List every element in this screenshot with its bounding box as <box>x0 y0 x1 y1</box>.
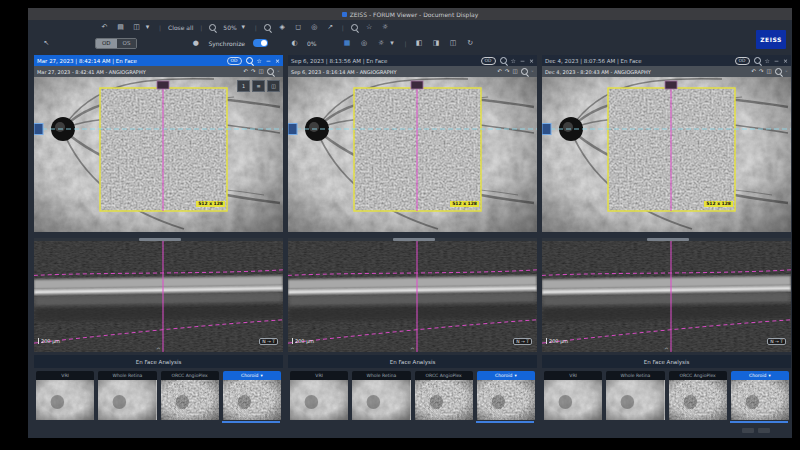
thumb-scroll-indicator[interactable] <box>730 421 788 423</box>
zoom-level-select[interactable]: 50% ▾ <box>223 23 247 32</box>
analysis-bar[interactable]: En Face Analysis <box>34 355 283 368</box>
enface-image[interactable] <box>34 77 283 232</box>
lock-icon[interactable]: ◦ <box>277 68 280 75</box>
opacity-icon[interactable]: ◐ <box>290 39 299 48</box>
search-icon[interactable] <box>246 57 253 64</box>
lock-icon[interactable]: ◦ <box>785 68 788 75</box>
enface-fundus-view[interactable]: 512 x 128 1 ≡ ◫ <box>34 77 283 232</box>
slab-image[interactable] <box>223 380 281 420</box>
window-titlebar[interactable]: ZEISS - FORUM Viewer - Document Display <box>28 8 792 20</box>
fit-screen-icon[interactable]: ◻ <box>294 23 303 32</box>
slab-image[interactable] <box>352 380 410 420</box>
synchronize-toggle[interactable] <box>253 39 268 47</box>
redo-icon[interactable]: ↷ <box>251 68 256 75</box>
slab-image[interactable] <box>669 380 727 420</box>
undo-icon[interactable]: ↶ <box>497 68 502 75</box>
collapse-caret-icon[interactable]: ^ <box>410 347 415 352</box>
view-count-badge[interactable]: 1 <box>237 80 250 92</box>
slab-thumb-orcc[interactable]: ORCC AngioPlex <box>669 371 727 420</box>
enface-image[interactable] <box>288 77 537 232</box>
layout-icon[interactable]: ◫ <box>513 68 518 75</box>
slab-image[interactable] <box>290 380 348 420</box>
settings-icon[interactable]: ☼ <box>381 23 390 32</box>
print-icon[interactable]: ▤ <box>116 23 125 32</box>
close-icon[interactable]: × <box>275 57 280 65</box>
slab-image[interactable] <box>98 380 156 420</box>
bscan-image[interactable] <box>542 241 791 352</box>
enface-fundus-view[interactable]: 512 x 128 <box>542 77 791 232</box>
undo-icon[interactable]: ↶ <box>751 68 756 75</box>
slab-image[interactable] <box>477 380 535 420</box>
image-mode-icon-3[interactable]: ◫ <box>449 39 458 48</box>
close-icon[interactable]: × <box>783 57 788 65</box>
os-button[interactable]: OS <box>117 39 137 48</box>
pointer-tool-icon[interactable]: ↖ <box>42 39 51 48</box>
search-icon[interactable] <box>351 24 358 31</box>
slab-label-selected[interactable]: Choroid ▾ <box>223 371 281 380</box>
slab-thumb-whole-retina[interactable]: Whole Retina <box>352 371 410 420</box>
close-icon[interactable]: × <box>529 57 534 65</box>
search-icon[interactable] <box>500 57 507 64</box>
slab-thumb-whole-retina[interactable]: Whole Retina <box>606 371 664 420</box>
tool-settings-menu[interactable]: ☼ ▾ <box>377 39 397 48</box>
bscan-image[interactable] <box>34 241 283 352</box>
bscan-view[interactable]: 200 µm N → T ^ <box>34 238 283 352</box>
bscan-image[interactable] <box>288 241 537 352</box>
slab-thumb-orcc[interactable]: ORCC AngioPlex <box>415 371 473 420</box>
slab-thumb-vri[interactable]: VRI <box>36 371 94 420</box>
bscan-view[interactable]: 200 µm N → T ^ <box>288 238 537 352</box>
layout-split-icon[interactable]: ≡ <box>252 80 265 92</box>
undo-icon[interactable]: ↶ <box>243 68 248 75</box>
image-mode-icon-1[interactable]: ◧ <box>415 39 424 48</box>
footer-button[interactable] <box>758 428 770 433</box>
zoom-icon[interactable] <box>267 68 274 75</box>
save-menu[interactable]: ◫ ▾ <box>132 23 152 32</box>
slab-thumb-vri[interactable]: VRI <box>290 371 348 420</box>
od-button[interactable]: OD <box>96 39 117 48</box>
exam-header-3[interactable]: Dec 4, 2023 | 8:07:56 AM | En Face OD ☆ … <box>542 55 791 66</box>
target-icon[interactable]: ◎ <box>360 39 369 48</box>
minimize-icon[interactable]: − <box>520 57 525 65</box>
analysis-bar[interactable]: En Face Analysis <box>542 355 791 368</box>
redo-icon[interactable]: ↷ <box>759 68 764 75</box>
slab-image[interactable] <box>606 380 664 420</box>
bscan-view[interactable]: 200 µm N → T ^ <box>542 238 791 352</box>
slab-label-selected[interactable]: Choroid ▾ <box>731 371 789 380</box>
search-icon[interactable] <box>754 57 761 64</box>
slab-thumb-orcc[interactable]: ORCC AngioPlex <box>161 371 219 420</box>
slab-image[interactable] <box>731 380 789 420</box>
layout-icon[interactable]: ◫ <box>767 68 772 75</box>
zoom-icon[interactable] <box>775 68 782 75</box>
exam-header-1[interactable]: Mar 27, 2023 | 8:42:14 AM | En Face OD ☆… <box>34 55 283 66</box>
rotate-icon[interactable]: ↻ <box>466 39 475 48</box>
minimize-icon[interactable]: − <box>266 57 271 65</box>
favorite-icon[interactable]: ☆ <box>765 57 770 65</box>
snapshot-icon[interactable]: ◫ <box>267 80 280 92</box>
slab-thumb-choroid[interactable]: Choroid ▾ <box>477 371 535 420</box>
exam-header-2[interactable]: Sep 6, 2023 | 8:13:56 AM | En Face OD ☆ … <box>288 55 537 66</box>
layout-icon[interactable]: ◫ <box>259 68 264 75</box>
crosshair-icon[interactable]: ◎ <box>310 23 319 32</box>
slab-image[interactable] <box>415 380 473 420</box>
favorite-icon[interactable]: ☆ <box>257 57 262 65</box>
enface-image[interactable] <box>542 77 791 232</box>
slab-image[interactable] <box>161 380 219 420</box>
fullscreen-icon[interactable]: ↗ <box>326 23 335 32</box>
slab-image[interactable] <box>36 380 94 420</box>
lock-icon[interactable]: ◦ <box>531 68 534 75</box>
thumb-scroll-indicator[interactable] <box>222 421 280 423</box>
minimize-icon[interactable]: − <box>774 57 779 65</box>
collapse-caret-icon[interactable]: ^ <box>156 347 161 352</box>
slab-thumb-whole-retina[interactable]: Whole Retina <box>98 371 156 420</box>
redo-icon[interactable]: ↷ <box>505 68 510 75</box>
favorite-icon[interactable]: ☆ <box>511 57 516 65</box>
close-all-button[interactable]: Close all <box>168 24 193 31</box>
zoom-in-icon[interactable] <box>264 24 271 31</box>
slab-image[interactable] <box>544 380 602 420</box>
enface-fundus-view[interactable]: 512 x 128 <box>288 77 537 232</box>
slab-thumb-choroid[interactable]: Choroid ▾ <box>223 371 281 420</box>
info-icon[interactable]: ● <box>191 39 200 48</box>
back-icon[interactable]: ↶ <box>100 23 109 32</box>
layout-grid-icon[interactable]: ▦ <box>343 39 352 48</box>
slab-thumb-choroid[interactable]: Choroid ▾ <box>731 371 789 420</box>
